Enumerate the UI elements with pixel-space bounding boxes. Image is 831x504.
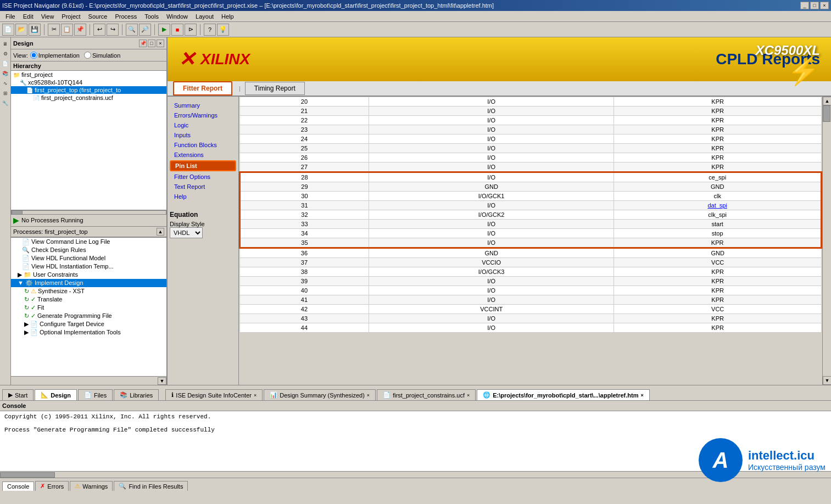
console-tab-find-results[interactable]: 🔍 Find in Files Results (114, 481, 188, 491)
impl-radio-input[interactable] (30, 52, 37, 59)
scroll-down-btn[interactable]: ▼ (823, 376, 831, 385)
proc-opt-tools[interactable]: ▶ 📄 Optional Implementation Tools (11, 328, 166, 337)
menu-file[interactable]: File (2, 12, 19, 21)
nav-fitter-options[interactable]: Fitter Options (170, 172, 236, 181)
menu-project[interactable]: Project (58, 12, 83, 21)
tree-xc95[interactable]: 🔧 xc95288xl-10TQ144 (11, 79, 166, 86)
nav-help[interactable]: Help (170, 192, 236, 201)
save-btn[interactable]: 💾 (29, 24, 41, 36)
proc-hdl-func[interactable]: 📄 View HDL Functional Model (11, 254, 166, 262)
proc-user-constraints[interactable]: ▶ 📁 User Constraints (11, 271, 166, 279)
proc-scroll-btns[interactable]: ▲ (157, 228, 164, 236)
run-btn[interactable]: ▶ (158, 24, 170, 36)
browser-tab-1[interactable]: ℹ ISE Design Suite InfoCenter × (165, 389, 263, 400)
tab-files[interactable]: 📄 Files (78, 389, 113, 400)
proc-scroll-up[interactable]: ▲ (157, 228, 164, 236)
nav-pin-list[interactable]: Pin List (170, 160, 236, 171)
browser-tab-3[interactable]: 📄 first_project_constrains.ucf × (377, 389, 476, 400)
proc-implement[interactable]: ▼ ⚙️ Implement Design (11, 279, 166, 287)
nav-logic[interactable]: Logic (170, 121, 236, 130)
close-icon-4[interactable]: × (641, 393, 644, 398)
help-tb-btn[interactable]: ? (204, 24, 216, 36)
hierarchy-scrollbar[interactable] (11, 210, 166, 215)
tree-first-project[interactable]: 📁 first_project (11, 71, 166, 79)
right-scrollbar[interactable]: ▲ ▼ (822, 97, 831, 385)
browser-tab-4[interactable]: 🌐 E:\projects\for_myrobot\cpld_start\...… (477, 389, 650, 400)
console-scroll-thumb[interactable] (0, 472, 55, 478)
console-tab-warnings[interactable]: ⚠ Warnings (70, 481, 113, 491)
console-tab-console[interactable]: Console (2, 481, 34, 491)
proc-scroll-down[interactable]: ▼ (158, 377, 166, 385)
menu-edit[interactable]: Edit (20, 12, 37, 21)
sidebar-file-icon[interactable]: 📄 (1, 59, 10, 68)
nav-function-blocks[interactable]: Function Blocks (170, 141, 236, 149)
sidebar-lib-icon[interactable]: 📚 (1, 69, 10, 78)
menu-view[interactable]: View (38, 12, 58, 21)
nav-summary[interactable]: Summary (170, 101, 236, 110)
nav-errors[interactable]: Errors/Warnings (170, 111, 236, 120)
minimize-button[interactable]: _ (800, 2, 809, 9)
implementation-radio[interactable]: Implementation (30, 52, 80, 59)
proc-check[interactable]: 🔍 Check Design Rules (11, 246, 166, 254)
hierarchy-scroll-thumb[interactable] (12, 210, 23, 215)
maximize-button[interactable]: □ (810, 2, 819, 9)
proc-translate[interactable]: ↻ ✓ Translate (11, 295, 166, 304)
panel-controls[interactable]: 📌 □ × (139, 40, 164, 47)
cut-btn[interactable]: ✂ (48, 24, 60, 36)
paste-btn[interactable]: 📌 (74, 24, 86, 36)
sidebar-design-icon[interactable]: 🖥 (1, 40, 10, 48)
sidebar-impl-icon[interactable]: ⚙ (1, 49, 10, 58)
close-button[interactable]: × (820, 2, 829, 9)
menu-help[interactable]: Help (218, 12, 237, 21)
proc-log[interactable]: 📄 View Command Line Log File (11, 238, 166, 246)
proc-gen-prog[interactable]: ↻ ✓ Generate Programming File (11, 312, 166, 320)
menu-layout[interactable]: Layout (192, 12, 217, 21)
equation-select[interactable]: VHDL Verilog Logic (170, 227, 203, 238)
new-btn[interactable]: 📄 (2, 24, 14, 36)
scroll-up-btn[interactable]: ▲ (823, 97, 831, 105)
tab-fitter-report[interactable]: Fitter Report (173, 81, 232, 96)
proc-hdl-inst[interactable]: 📄 View HDL Instantiation Temp... (11, 262, 166, 271)
tab-start[interactable]: ▶ Start (2, 389, 34, 400)
sidebar-wave-icon[interactable]: ∿ (1, 79, 10, 88)
menu-source[interactable]: Source (85, 12, 111, 21)
close-icon-1[interactable]: × (254, 393, 256, 398)
proc-hscrollbar[interactable]: ▼ (11, 376, 166, 385)
proc-fit[interactable]: ↻ ✓ Fit (11, 304, 166, 312)
undo-btn[interactable]: ↩ (93, 24, 105, 36)
light-btn[interactable]: 💡 (217, 24, 229, 36)
scroll-thumb[interactable] (823, 105, 830, 122)
open-btn[interactable]: 📂 (15, 24, 27, 36)
stop-btn[interactable]: ■ (171, 24, 183, 36)
panel-max-btn[interactable]: □ (148, 40, 155, 47)
close-icon-2[interactable]: × (367, 393, 370, 398)
panel-pin-btn[interactable]: 📌 (139, 40, 147, 47)
tab-timing-report[interactable]: Timing Report (245, 82, 305, 95)
sidebar-debug-icon[interactable]: 🔧 (1, 99, 10, 108)
sidebar-constraint-icon[interactable]: ⊞ (1, 89, 10, 98)
menu-process[interactable]: Process (111, 12, 140, 21)
simulation-radio[interactable]: Simulation (84, 52, 120, 59)
nav-extensions[interactable]: Extensions (170, 150, 236, 159)
tree-first-project-top[interactable]: 📄 first_project_top (first_project_to (11, 86, 166, 94)
tab-libraries[interactable]: 📚 Libraries (114, 389, 159, 400)
proc-synthesize[interactable]: ↻ ⚠ Synthesize - XST (11, 287, 166, 295)
tree-ucf[interactable]: 📄 first_project_constrains.ucf (11, 94, 166, 102)
menu-tools[interactable]: Tools (141, 12, 162, 21)
zoom-out-btn[interactable]: 🔎 (139, 24, 151, 36)
tab-design[interactable]: 📐 Design (35, 389, 77, 400)
step-btn[interactable]: ⊳ (185, 24, 197, 36)
panel-close-btn[interactable]: × (157, 40, 164, 47)
play-icon[interactable]: ▶ (13, 216, 19, 225)
nav-inputs[interactable]: Inputs (170, 131, 236, 139)
zoom-in-btn[interactable]: 🔍 (126, 24, 138, 36)
redo-btn[interactable]: ↪ (107, 24, 119, 36)
close-icon-3[interactable]: × (467, 393, 470, 398)
pin-signal-link[interactable]: dat_spi (614, 201, 822, 210)
sim-radio-input[interactable] (84, 52, 91, 59)
scroll-track[interactable] (823, 105, 831, 376)
dat-spi-link[interactable]: dat_spi (707, 202, 727, 209)
copy-btn[interactable]: 📋 (61, 24, 73, 36)
menu-window[interactable]: Window (163, 12, 191, 21)
nav-text-report[interactable]: Text Report (170, 182, 236, 191)
